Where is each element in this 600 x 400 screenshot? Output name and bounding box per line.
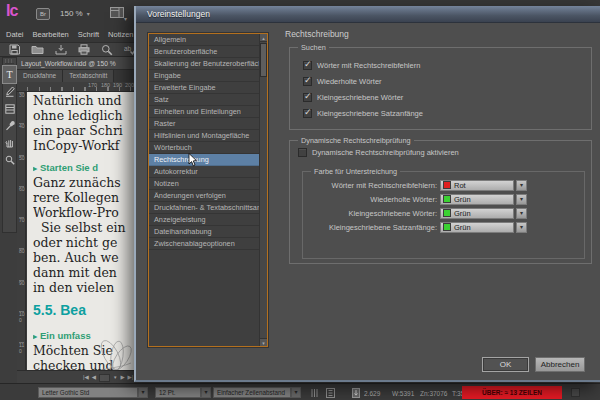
- print-icon[interactable]: [78, 44, 90, 55]
- category-list-item[interactable]: Autokorrektur: [149, 166, 267, 178]
- color-setting-label: Kleingeschriebene Wörter:: [305, 209, 437, 218]
- paragraph-marks-icon[interactable]: [326, 388, 335, 398]
- category-list-item[interactable]: Druckfahnen- & Textabschnittsanzeige: [149, 202, 267, 214]
- checkbox[interactable]: ✓: [303, 109, 312, 118]
- document-text-line: rere Kollegen: [33, 190, 135, 205]
- chevron-down-icon[interactable]: ▾: [516, 180, 527, 191]
- category-list-item[interactable]: Zwischenablageoptionen: [149, 238, 267, 250]
- overset-indicator: ÜBER: ≈ 13 ZEILEN: [462, 386, 562, 399]
- zoom-level-dropdown[interactable]: 150 %▾: [60, 9, 90, 18]
- checkbox[interactable]: [298, 148, 307, 157]
- hand-tool-icon: [5, 137, 15, 148]
- checkbox-row[interactable]: ✓ Wörter mit Rechtschreibfehlern: [303, 61, 420, 70]
- chevron-down-icon[interactable]: ▾: [516, 194, 527, 205]
- category-list-item[interactable]: Einheiten und Einteilungen: [149, 106, 267, 118]
- category-list-item[interactable]: Hilfslinien und Montagefläche: [149, 130, 267, 142]
- bridge-button[interactable]: Br: [36, 8, 50, 20]
- menu-item[interactable]: Notizen: [108, 30, 133, 39]
- eyedropper-tool[interactable]: [3, 117, 16, 134]
- checkbox-row[interactable]: ✓ Kleingeschriebene Satzanfänge: [303, 109, 423, 118]
- category-list-item[interactable]: Wörterbuch: [149, 142, 267, 154]
- next-page-button[interactable]: ▶: [120, 373, 124, 382]
- document-text-line: ein paar Schri: [33, 123, 135, 138]
- category-list-item[interactable]: Satz: [149, 94, 267, 106]
- view-tab[interactable]: Druckfahne: [17, 70, 63, 82]
- search-icon[interactable]: [101, 44, 113, 56]
- checkbox-label: Dynamische Rechtschreibprüfung aktiviere…: [312, 148, 459, 157]
- zoom-tool[interactable]: [3, 151, 16, 168]
- menu-item[interactable]: Bearbeiten: [33, 30, 69, 39]
- open-folder-icon[interactable]: [31, 44, 44, 55]
- view-tab[interactable]: Textabschnitt: [63, 70, 114, 82]
- ruler-number: 100: [19, 311, 25, 342]
- horizontal-ruler: 170 180 190 200: [17, 82, 135, 92]
- category-list-item[interactable]: Eingabe: [149, 70, 267, 82]
- list-scrollbar[interactable]: ▴ ▾: [259, 34, 267, 346]
- scrollbar-thumb[interactable]: [260, 43, 267, 77]
- category-list-item[interactable]: Skalierung der Benutzeroberfläche: [149, 58, 267, 70]
- category-list-item[interactable]: Raster: [149, 118, 267, 130]
- first-page-button[interactable]: |◀: [83, 373, 89, 382]
- category-list-item[interactable]: Benutzeroberfläche: [149, 46, 267, 58]
- hand-tool[interactable]: [3, 134, 16, 151]
- checkbox-row[interactable]: ✓ Wiederholte Wörter: [303, 77, 382, 86]
- scroll-down-icon[interactable]: ▾: [260, 338, 267, 346]
- ruler-number: 60: [19, 186, 25, 217]
- last-page-button[interactable]: ▶|: [128, 373, 134, 382]
- font-family-dropdown[interactable]: Letter Gothic Std: [38, 387, 138, 398]
- ruler-number: 30: [19, 92, 25, 123]
- checkbox[interactable]: ✓: [303, 61, 312, 70]
- position-tool[interactable]: [3, 100, 16, 117]
- chevron-down-icon[interactable]: ▾: [516, 222, 527, 233]
- category-list-item[interactable]: Erweiterte Eingabe: [149, 82, 267, 94]
- view-options-dropdown[interactable]: ▾: [110, 7, 127, 25]
- enable-dynamic-spellcheck-row[interactable]: Dynamische Rechtschreibprüfung aktiviere…: [298, 148, 459, 157]
- eyedropper-icon: [5, 120, 15, 131]
- page-list-dropdown[interactable]: ▼: [113, 373, 117, 382]
- color-dropdown[interactable]: Rot: [440, 180, 514, 191]
- line-spacing-icon[interactable]: [310, 388, 318, 398]
- status-option-button[interactable]: [571, 388, 580, 397]
- color-dropdown[interactable]: Grün: [440, 222, 514, 233]
- note-tool[interactable]: [3, 83, 16, 100]
- checkbox[interactable]: ✓: [303, 93, 312, 102]
- document-text-line: Natürlich und: [33, 93, 135, 108]
- panel-grip[interactable]: [5, 59, 14, 64]
- font-size-dropdown[interactable]: 12 Pt.: [155, 387, 201, 398]
- group-legend: Farbe für Unterstreichung: [311, 167, 400, 176]
- check-in-icon[interactable]: [55, 44, 67, 55]
- category-list-item[interactable]: Anzeigeleistung: [149, 214, 267, 226]
- leading-dropdown[interactable]: Einfacher Zeilenabstand: [213, 387, 291, 398]
- checkbox[interactable]: ✓: [303, 77, 312, 86]
- group-legend: Dynamische Rechtschreibprüfung: [298, 136, 414, 145]
- dialog-title[interactable]: Voreinstellungen: [136, 6, 600, 23]
- chevron-down-icon[interactable]: ▾: [138, 387, 148, 398]
- color-setting-row: Wörter mit Rechtschreibfehlern: Rot ▾: [305, 179, 527, 191]
- previous-page-button[interactable]: ◀: [92, 373, 96, 382]
- chevron-down-icon[interactable]: ▾: [516, 208, 527, 219]
- document-text-line: Workflow-Pro: [33, 205, 135, 220]
- menu-item[interactable]: Datei: [6, 30, 24, 39]
- save-icon[interactable]: [9, 44, 20, 55]
- color-swatch: [443, 195, 451, 203]
- color-dropdown[interactable]: Grün: [440, 194, 514, 205]
- category-list-item[interactable]: Rechtschreibung: [149, 154, 267, 166]
- checkbox-row[interactable]: ✓ Kleingeschriebene Wörter: [303, 93, 403, 102]
- category-list-item[interactable]: Dateihandhabung: [149, 226, 267, 238]
- category-list-item[interactable]: Notizen: [149, 178, 267, 190]
- type-tool[interactable]: T: [3, 66, 16, 83]
- ok-button[interactable]: OK: [482, 357, 529, 372]
- document-tab[interactable]: Layout_Workflow.indd @ 150 %: [17, 57, 135, 70]
- cancel-button[interactable]: Abbrechen: [535, 357, 585, 372]
- chevron-down-icon[interactable]: ▾: [201, 387, 211, 398]
- color-dropdown[interactable]: Grün: [440, 208, 514, 219]
- scroll-up-icon[interactable]: ▴: [260, 34, 267, 42]
- category-list-item[interactable]: Allgemein: [149, 34, 267, 46]
- preferences-dialog: Voreinstellungen AllgemeinBenutzeroberfl…: [134, 6, 600, 382]
- document-text-line: in den vielen: [33, 280, 135, 295]
- category-list-item[interactable]: Änderungen verfolgen: [149, 190, 267, 202]
- menu-item[interactable]: Schrift: [78, 30, 99, 39]
- page-number-field[interactable]: [99, 374, 110, 382]
- document-text-line: Sie selbst ein: [33, 220, 135, 235]
- chevron-down-icon[interactable]: ▾: [291, 387, 301, 398]
